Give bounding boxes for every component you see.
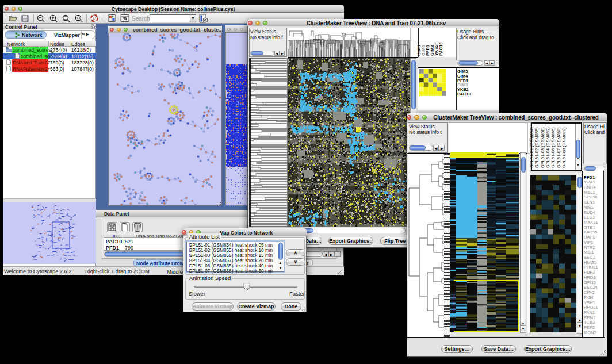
- svg-text:1:1: 1:1: [77, 17, 81, 20]
